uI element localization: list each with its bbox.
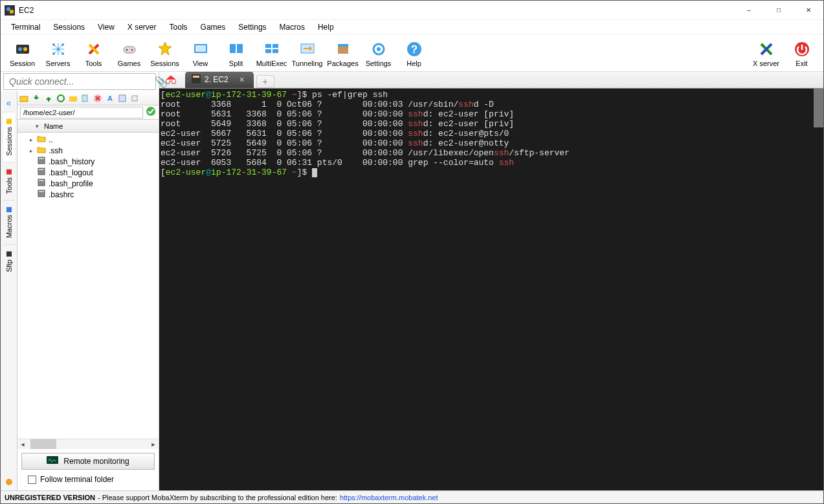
toolbar-label: Sessions xyxy=(150,60,179,67)
close-button[interactable]: ✕ xyxy=(794,1,823,20)
sftp-row[interactable]: .bash_profile xyxy=(19,178,157,189)
toolbar-sessions-button[interactable]: Sessions xyxy=(147,40,183,67)
filter-text-icon[interactable]: A xyxy=(105,93,115,104)
vtab-sessions[interactable]: Sessions xyxy=(3,112,15,162)
vertical-tabs: « SessionsToolsMacrosSftp xyxy=(1,91,17,490)
sftp-row[interactable]: ▸.. xyxy=(19,134,157,145)
file-icon xyxy=(37,157,46,166)
sftp-row[interactable]: .bash_history xyxy=(19,156,157,167)
folder-icon xyxy=(37,146,46,155)
upload-icon[interactable] xyxy=(43,93,54,104)
maximize-button[interactable]: □ xyxy=(764,1,794,20)
sftp-column-header[interactable]: ▾ Name xyxy=(17,120,159,133)
remote-monitoring-label: Remote monitoring xyxy=(63,457,129,466)
svg-text:?: ? xyxy=(410,43,417,56)
toolbar-tools-button[interactable]: Tools xyxy=(76,40,111,67)
sftp-row[interactable]: .bash_logout xyxy=(19,167,157,178)
minimize-button[interactable]: – xyxy=(734,1,764,20)
attach-icon[interactable]: 📎 xyxy=(155,76,168,88)
toolbar-label: X server xyxy=(753,60,779,67)
vtab-tools[interactable]: Tools xyxy=(3,162,15,201)
window-title: EC2 xyxy=(19,6,34,15)
toolbar-multiexec-button[interactable]: MultiExec xyxy=(254,40,289,67)
svg-rect-24 xyxy=(338,44,348,47)
toolbar-packages-button[interactable]: Packages xyxy=(325,40,361,67)
tab-label: 2. EC2 xyxy=(205,75,228,84)
sessions-icon xyxy=(156,40,174,58)
svg-rect-32 xyxy=(69,96,77,102)
menu-sessions[interactable]: Sessions xyxy=(47,21,91,33)
toolbar-servers-button[interactable]: Servers xyxy=(40,40,76,67)
sftp-item-name: .bashrc xyxy=(49,190,74,199)
menu-tools[interactable]: Tools xyxy=(163,21,194,33)
menu-macros[interactable]: Macros xyxy=(273,21,311,33)
path-ok-icon xyxy=(146,106,156,118)
delete-icon[interactable] xyxy=(93,93,103,104)
toolbar-settings-button[interactable]: Settings xyxy=(361,40,396,67)
sftp-tab-icon xyxy=(6,252,12,257)
menu-terminal[interactable]: Terminal xyxy=(5,21,47,33)
svg-point-2 xyxy=(10,10,14,14)
terminal-tabbar: 2. EC2 ✕ + xyxy=(159,72,823,89)
svg-point-12 xyxy=(126,49,128,50)
svg-rect-48 xyxy=(193,76,199,78)
folder-up-icon xyxy=(37,135,46,144)
sftp-path-input[interactable] xyxy=(20,107,143,118)
terminal-output[interactable]: [ec2-user@ip-172-31-39-67 ~]$ ps -ef|gre… xyxy=(159,89,823,490)
toolbar-label: Split xyxy=(229,60,243,67)
toolbar-label: View xyxy=(193,60,208,67)
menu-help[interactable]: Help xyxy=(311,21,340,33)
sftp-item-name: .bash_profile xyxy=(49,179,93,188)
toolbar-xserver-button[interactable]: X server xyxy=(748,40,784,67)
toolbar-tunneling-button[interactable]: Tunneling xyxy=(289,40,325,67)
terminal-scrollbar[interactable] xyxy=(814,89,823,490)
follow-terminal-row[interactable]: Follow terminal folder xyxy=(21,472,155,487)
vtab-macros[interactable]: Macros xyxy=(3,200,15,245)
follow-terminal-checkbox[interactable] xyxy=(28,476,36,484)
svg-point-4 xyxy=(18,47,22,51)
folder-open-icon[interactable] xyxy=(68,93,78,104)
toolbar-exit-button[interactable]: Exit xyxy=(784,40,819,67)
svg-rect-20 xyxy=(265,49,271,53)
permissions-icon[interactable] xyxy=(129,93,140,104)
svg-rect-46 xyxy=(47,456,58,464)
download-icon[interactable] xyxy=(31,93,41,104)
help-icon: ? xyxy=(405,40,423,58)
session-icon xyxy=(14,40,32,58)
edit-icon[interactable] xyxy=(117,93,128,104)
refresh-icon[interactable] xyxy=(56,93,66,104)
toolbar-view-button[interactable]: View xyxy=(183,40,218,67)
menu-games[interactable]: Games xyxy=(194,21,232,33)
tab-close-icon[interactable]: ✕ xyxy=(239,76,245,84)
menu-view[interactable]: View xyxy=(91,21,121,33)
toolbar-session-button[interactable]: Session xyxy=(5,40,40,67)
toolbar-help-button[interactable]: ?Help xyxy=(396,40,432,67)
vtab-sftp[interactable]: Sftp xyxy=(3,245,15,279)
toolbar-label: Servers xyxy=(46,60,71,67)
tab-active[interactable]: 2. EC2 ✕ xyxy=(185,72,254,88)
side-panel: 📎 « SessionsToolsMacrosSftp A xyxy=(1,72,159,490)
toolbar-label: MultiExec xyxy=(256,60,287,67)
sftp-hscrollbar[interactable]: ◄► xyxy=(17,439,159,449)
svg-point-5 xyxy=(23,47,27,51)
status-link[interactable]: https://mobaxterm.mobatek.net xyxy=(340,494,438,501)
svg-rect-11 xyxy=(124,47,135,53)
collapse-sidebar-button[interactable]: « xyxy=(6,94,12,112)
copy-icon[interactable] xyxy=(80,93,91,104)
sftp-row[interactable]: ▸.ssh xyxy=(19,145,157,156)
status-dot-icon xyxy=(6,479,12,485)
sftp-row[interactable]: .bashrc xyxy=(19,189,157,200)
menu-x-server[interactable]: X server xyxy=(121,21,163,33)
folder-new-icon[interactable] xyxy=(19,93,29,104)
remote-monitoring-button[interactable]: Remote monitoring xyxy=(21,453,155,470)
toolbar-label: Tools xyxy=(85,60,102,67)
menu-settings[interactable]: Settings xyxy=(232,21,273,33)
toolbar-games-button[interactable]: Games xyxy=(111,40,147,67)
tab-add-button[interactable]: + xyxy=(256,75,274,88)
quick-connect: 📎 xyxy=(3,73,156,90)
svg-point-1 xyxy=(6,7,10,11)
quick-connect-input[interactable] xyxy=(3,73,156,90)
sftp-panel: A ▾ Name ▸..▸.ssh.bash_history.bash_logo… xyxy=(17,91,159,490)
toolbar-split-button[interactable]: Split xyxy=(218,40,254,67)
tunneling-icon xyxy=(298,40,317,58)
